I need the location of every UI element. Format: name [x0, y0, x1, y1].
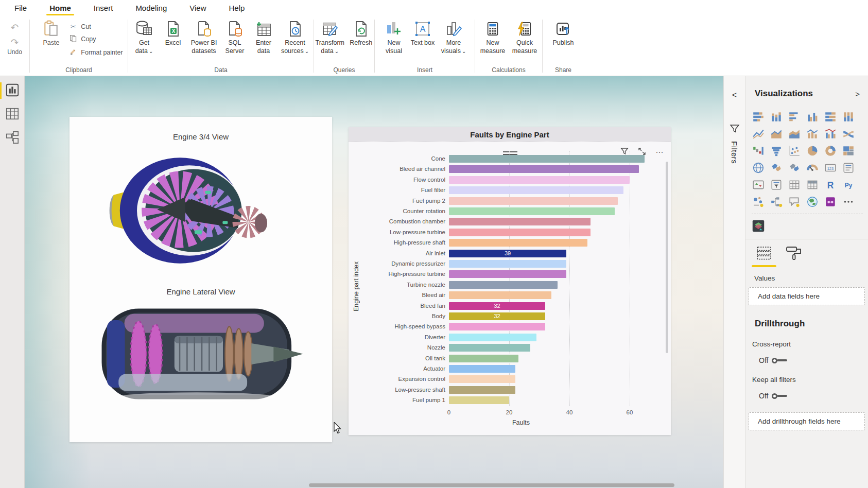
refresh-button[interactable]: Refresh [348, 19, 374, 47]
visual-slicer-icon[interactable] [770, 178, 783, 191]
bar-low-pressure-shaft[interactable] [449, 386, 515, 394]
more-visuals-button[interactable]: More visuals⌄ [438, 19, 469, 55]
bar-fuel-pump-2[interactable] [449, 197, 618, 205]
bar-high-pressure-shaft[interactable] [449, 239, 587, 247]
format-tab[interactable] [784, 246, 804, 267]
publish-button[interactable]: Publish [548, 19, 578, 47]
bar-bleed-air[interactable] [449, 291, 551, 299]
bar-oil-tank[interactable] [449, 355, 518, 362]
cross-report-toggle[interactable]: Off [745, 348, 868, 364]
visual-area-chart-icon[interactable] [770, 127, 783, 141]
visual-ribbon-chart-icon[interactable] [842, 127, 855, 141]
visual-map-icon[interactable] [752, 161, 765, 175]
transform-data-button[interactable]: Transform data⌄ [314, 19, 345, 55]
bar-flow-control[interactable] [449, 176, 630, 184]
visual-clustered-column-chart-icon[interactable] [806, 110, 819, 124]
toggle-off-icon[interactable] [772, 358, 787, 363]
visual-treemap-icon[interactable] [842, 144, 855, 158]
bar-air-inlet[interactable]: 39 [449, 250, 566, 257]
expand-pane-icon[interactable]: > [855, 90, 860, 98]
bar-fuel-filter[interactable] [449, 186, 623, 194]
tab-home[interactable]: Home [48, 2, 72, 14]
excel-button[interactable]: X Excel [160, 19, 186, 47]
bar-high-speed-bypass[interactable] [449, 323, 545, 330]
report-canvas[interactable]: Engine 3/4 View Engine Lateral View [25, 76, 723, 488]
bar-cone[interactable] [449, 155, 645, 163]
bar-combustion-chamber[interactable] [449, 218, 591, 225]
bar-dynamic-pressurizer[interactable] [449, 260, 566, 268]
visual-paginated-report-icon[interactable] [824, 195, 837, 208]
undo-icon[interactable]: ↶ [11, 23, 19, 32]
visual-decomposition-tree-icon[interactable] [770, 195, 783, 208]
collapse-pane-icon[interactable]: < [730, 91, 740, 100]
bar-counter-rotation[interactable] [449, 207, 615, 215]
report-view-button[interactable] [5, 83, 20, 99]
visual-python-visual-icon[interactable]: Py [842, 178, 855, 191]
get-data-button[interactable]: Get data⌄ [131, 19, 158, 55]
bar-turbine-nozzle[interactable] [449, 281, 558, 289]
visual-matrix-icon[interactable] [806, 178, 819, 191]
visual-funnel-chart-icon[interactable] [770, 144, 783, 158]
tab-view[interactable]: View [188, 2, 207, 14]
visual-hundred-percent-stacked-column-chart-icon[interactable] [842, 110, 855, 124]
tab-help[interactable]: Help [228, 2, 246, 14]
add-drillthrough-fields-well[interactable]: Add drillthrough fields here [749, 412, 865, 430]
bar-high-pressure-turbine[interactable] [449, 270, 566, 278]
bar-fuel-pump-1[interactable] [449, 396, 509, 404]
recent-sources-button[interactable]: Recent sources⌄ [279, 19, 311, 55]
new-visual-button[interactable]: New visual [380, 19, 407, 55]
enter-data-button[interactable]: Enter data [250, 19, 277, 55]
new-measure-button[interactable]: New measure [478, 19, 508, 55]
visual-scatter-chart-icon[interactable] [788, 144, 801, 158]
visual-table-icon[interactable] [788, 178, 801, 191]
visual-line-and-clustered-column-chart-icon[interactable] [824, 127, 837, 141]
chart-vertical-scrollbar[interactable] [666, 162, 668, 353]
add-data-fields-well[interactable]: Add data fields here [749, 287, 865, 305]
bar-bleed-air-channel[interactable] [449, 165, 639, 173]
tab-insert[interactable]: Insert [93, 2, 114, 14]
visual-multi-row-card-icon[interactable] [842, 161, 855, 175]
cut-button[interactable]: ✂ Cut [68, 23, 123, 30]
visual-more-options-icon[interactable] [842, 195, 855, 208]
visual-shape-map-icon[interactable] [788, 161, 801, 175]
format-painter-button[interactable]: Format painter [68, 48, 123, 57]
visual-waterfall-chart-icon[interactable] [752, 144, 765, 158]
visual-clustered-bar-chart-icon[interactable] [788, 110, 801, 124]
paste-button[interactable]: Paste [38, 19, 64, 47]
visual-key-influencers-icon[interactable] [752, 195, 765, 208]
faults-chart-visual[interactable]: Faults by Engine Part ··· Engine part in… [349, 127, 671, 435]
keep-all-filters-toggle[interactable]: Off [745, 384, 868, 400]
visual-azure-map-icon[interactable] [806, 195, 819, 208]
visual-arcgis-map-icon[interactable] [752, 219, 765, 233]
tab-modeling[interactable]: Modeling [134, 2, 168, 14]
copy-button[interactable]: Copy [68, 34, 123, 44]
visual-stacked-area-chart-icon[interactable] [788, 127, 801, 141]
sql-server-button[interactable]: SQL Server [221, 19, 248, 55]
bar-expansion-control[interactable] [449, 375, 515, 383]
menu-file[interactable]: File [13, 2, 28, 14]
visual-card-icon[interactable]: 123 [824, 161, 837, 175]
visual-pie-chart-icon[interactable] [806, 144, 819, 158]
bar-diverter[interactable] [449, 334, 536, 341]
visual-line-and-stacked-column-chart-icon[interactable] [806, 127, 819, 141]
visual-stacked-column-chart-icon[interactable] [770, 110, 783, 124]
quick-measure-button[interactable]: Quick measure [510, 19, 540, 55]
data-view-button[interactable] [5, 107, 20, 123]
visual-filled-map-icon[interactable] [770, 161, 783, 175]
bar-body[interactable]: 32 [449, 312, 545, 320]
visual-donut-chart-icon[interactable] [824, 144, 837, 158]
scrollbar-thumb[interactable] [309, 483, 674, 487]
visual-r-script-visual-icon[interactable]: R [824, 178, 837, 191]
visual-hundred-percent-stacked-bar-chart-icon[interactable] [824, 110, 837, 124]
visual-q-and-a-icon[interactable] [788, 195, 801, 208]
bar-bleed-fan[interactable]: 32 [449, 302, 545, 310]
engine-images-visual[interactable]: Engine 3/4 View Engine Lateral View [70, 117, 332, 442]
visual-stacked-bar-chart-icon[interactable] [752, 110, 765, 124]
visual-gauge-icon[interactable] [806, 161, 819, 175]
bar-actuator[interactable] [449, 365, 515, 373]
text-box-button[interactable]: A Text box [409, 19, 436, 47]
toggle-off-icon[interactable] [772, 393, 787, 399]
filters-funnel-icon[interactable] [730, 124, 740, 136]
power-bi-datasets-button[interactable]: Power BI datasets [188, 19, 219, 55]
fields-tab[interactable] [754, 246, 774, 267]
